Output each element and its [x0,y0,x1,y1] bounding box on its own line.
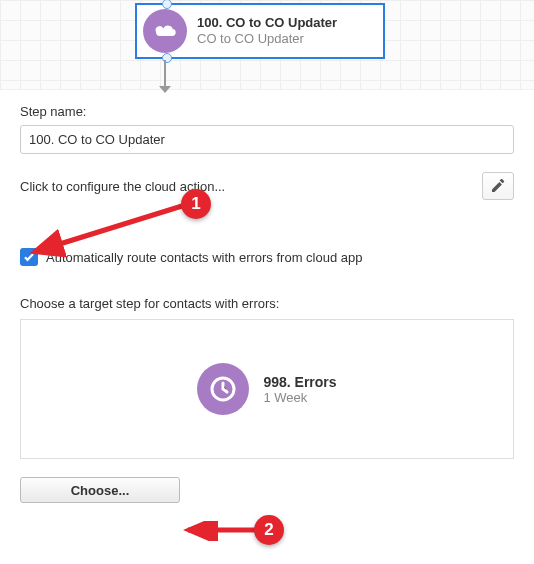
workflow-node-selected[interactable]: 100. CO to CO Updater CO to CO Updater [135,3,385,59]
target-step-node[interactable]: 998. Errors 1 Week [197,363,336,415]
target-step-title: 998. Errors [263,374,336,390]
cloud-icon [143,9,187,53]
step-config-panel: Step name: Click to configure the cloud … [0,90,534,523]
auto-route-checkbox[interactable] [20,248,38,266]
choose-button[interactable]: Choose... [20,477,180,503]
annotation-arrow-2 [180,521,260,541]
target-step-label: Choose a target step for contacts with e… [20,296,514,311]
step-name-input[interactable] [20,125,514,154]
node-title: 100. CO to CO Updater [197,15,337,31]
edit-button[interactable] [482,172,514,200]
pencil-icon [491,179,505,193]
annotation-callout-2: 2 [254,515,284,545]
connector-arrow [159,86,171,93]
workflow-canvas: 100. CO to CO Updater CO to CO Updater [0,0,534,90]
annotation-callout-1: 1 [181,189,211,219]
clock-icon [197,363,249,415]
node-subtitle: CO to CO Updater [197,31,337,47]
auto-route-label: Automatically route contacts with errors… [46,250,362,265]
target-step-subtitle: 1 Week [263,390,336,405]
step-name-label: Step name: [20,104,514,119]
target-step-box: 998. Errors 1 Week [20,319,514,459]
node-port-in[interactable] [162,0,172,9]
check-icon [23,251,35,263]
